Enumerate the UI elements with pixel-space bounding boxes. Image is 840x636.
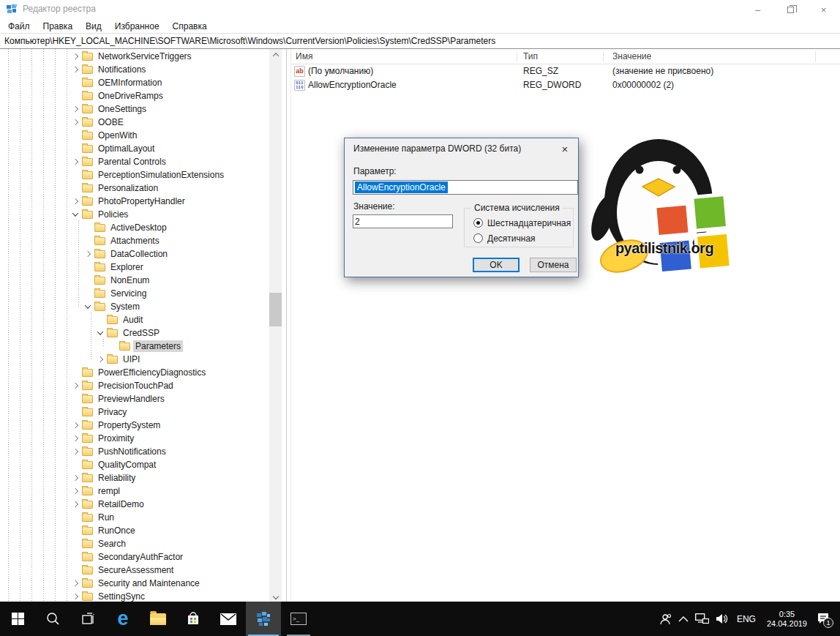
chevron-right-icon[interactable] xyxy=(72,383,78,389)
chevron-right-icon[interactable] xyxy=(72,449,78,454)
tree-item[interactable]: Run xyxy=(0,511,269,524)
regedit-taskbar-button[interactable] xyxy=(246,602,281,636)
tree-item[interactable]: Privacy xyxy=(0,405,269,419)
tree-item[interactable]: PreviewHandlers xyxy=(0,392,269,405)
tree-item[interactable]: UIPI xyxy=(0,353,269,366)
task-view-button[interactable] xyxy=(70,602,105,636)
mail-button[interactable] xyxy=(211,602,246,636)
tree-scrollbar[interactable] xyxy=(269,49,282,602)
chevron-down-icon[interactable] xyxy=(97,329,103,334)
people-button[interactable] xyxy=(659,613,672,625)
chevron-right-icon[interactable] xyxy=(72,159,78,165)
scroll-down-icon[interactable] xyxy=(269,591,282,602)
tree-item[interactable]: Parameters xyxy=(0,340,269,353)
ok-button[interactable]: OK xyxy=(473,258,520,272)
column-header-type[interactable]: Тип xyxy=(523,51,538,61)
action-center-button[interactable]: 1 xyxy=(817,613,830,625)
chevron-down-icon[interactable] xyxy=(72,210,78,216)
clock[interactable]: 0:35 24.04.2019 xyxy=(764,610,810,629)
start-button[interactable] xyxy=(0,602,35,636)
tree-item[interactable]: OneDriveRamps xyxy=(0,89,269,102)
search-button[interactable] xyxy=(35,602,70,636)
store-button[interactable] xyxy=(176,602,211,636)
chevron-right-icon[interactable] xyxy=(72,198,78,204)
chevron-right-icon[interactable] xyxy=(85,251,91,257)
tree-item[interactable]: OneSettings xyxy=(0,102,269,116)
tree-item[interactable]: System xyxy=(0,300,269,313)
tree-item[interactable]: NonEnum xyxy=(0,274,269,287)
tree-item[interactable]: Servicing xyxy=(0,287,269,300)
tray-overflow-button[interactable] xyxy=(678,616,689,622)
column-separator[interactable] xyxy=(517,51,517,61)
language-indicator[interactable]: ENG xyxy=(735,614,757,624)
menu-item[interactable]: Избранное xyxy=(108,20,166,33)
tree-item[interactable]: Reliability xyxy=(0,471,269,485)
tree-item[interactable]: DataCollection xyxy=(0,247,269,261)
tree-item[interactable]: RetailDemo xyxy=(0,498,269,511)
list-row[interactable]: ab(По умолчанию)REG_SZ(значение не присв… xyxy=(291,64,840,78)
tree-item[interactable]: Notifications xyxy=(0,63,269,76)
chevron-right-icon[interactable] xyxy=(72,580,78,586)
file-explorer-button[interactable] xyxy=(140,602,176,636)
tree-item[interactable]: NetworkServiceTriggers xyxy=(0,50,269,63)
tree-item[interactable]: CredSSP xyxy=(0,326,269,340)
tree-item[interactable]: rempl xyxy=(0,485,269,498)
scroll-up-icon[interactable] xyxy=(269,49,282,60)
network-button[interactable] xyxy=(695,613,709,624)
restore-button[interactable] xyxy=(774,0,807,19)
tree-item[interactable]: RunOnce xyxy=(0,524,269,537)
tree-item[interactable]: PropertySystem xyxy=(0,419,269,432)
chevron-right-icon[interactable] xyxy=(72,594,78,599)
chevron-right-icon[interactable] xyxy=(72,119,78,125)
cancel-button[interactable]: Отмена xyxy=(530,258,577,272)
chevron-right-icon[interactable] xyxy=(72,53,78,59)
radio-option[interactable]: Десятичная xyxy=(473,231,571,246)
dialog-close-button[interactable]: × xyxy=(558,141,572,156)
column-header-name[interactable]: Имя xyxy=(296,51,312,61)
tree-item[interactable]: Attachments xyxy=(0,234,269,247)
chevron-right-icon[interactable] xyxy=(97,356,103,362)
chevron-right-icon[interactable] xyxy=(72,67,78,72)
tree-item[interactable]: OpenWith xyxy=(0,129,269,142)
chevron-down-icon[interactable] xyxy=(85,302,91,308)
tree-item[interactable]: ActiveDesktop xyxy=(0,221,269,234)
tree-item[interactable]: OEMInformation xyxy=(0,76,269,89)
chevron-right-icon[interactable] xyxy=(72,488,78,494)
tree-item[interactable]: OptimalLayout xyxy=(0,142,269,155)
tree-item[interactable]: Security and Maintenance xyxy=(0,577,269,590)
column-header-value[interactable]: Значение xyxy=(612,51,651,61)
tree-item[interactable]: Audit xyxy=(0,313,269,326)
tree-item[interactable]: PerceptionSimulationExtensions xyxy=(0,168,269,182)
menu-item[interactable]: Правка xyxy=(37,20,80,33)
menu-item[interactable]: Файл xyxy=(1,20,37,33)
param-name-input[interactable]: AllowEncryptionOracle xyxy=(353,180,578,195)
list-row[interactable]: 011110AllowEncryptionOracleREG_DWORD0x00… xyxy=(291,78,840,92)
tree-item[interactable]: OOBE xyxy=(0,116,269,129)
chevron-right-icon[interactable] xyxy=(72,501,78,507)
radio-option[interactable]: Шестнадцатеричная xyxy=(473,215,571,231)
minimize-button[interactable]: – xyxy=(741,0,774,19)
volume-button[interactable] xyxy=(716,613,729,624)
tree-item[interactable]: SettingSync xyxy=(0,590,269,602)
tree-item[interactable]: Policies xyxy=(0,208,269,221)
close-button[interactable]: × xyxy=(807,0,840,19)
column-separator[interactable] xyxy=(603,51,604,61)
chevron-right-icon[interactable] xyxy=(72,475,78,481)
cmd-taskbar-button[interactable]: >_ xyxy=(281,602,316,636)
address-bar[interactable]: Компьютер\HKEY_LOCAL_MACHINE\SOFTWARE\Mi… xyxy=(0,33,840,49)
edge-button[interactable]: e xyxy=(105,602,140,636)
menu-item[interactable]: Справка xyxy=(166,20,214,33)
tree-item[interactable]: Explorer xyxy=(0,261,269,274)
tree-item[interactable]: PowerEfficiencyDiagnostics xyxy=(0,366,269,379)
tree-item[interactable]: Search xyxy=(0,537,269,550)
value-input[interactable]: 2 xyxy=(353,214,453,228)
chevron-right-icon[interactable] xyxy=(72,106,78,112)
tree-item[interactable]: Parental Controls xyxy=(0,155,269,168)
tree-item[interactable]: PhotoPropertyHandler xyxy=(0,195,269,208)
column-separator[interactable] xyxy=(815,51,816,61)
tree-item[interactable]: Personalization xyxy=(0,182,269,195)
tree-item[interactable]: SecondaryAuthFactor xyxy=(0,550,269,564)
menu-item[interactable]: Вид xyxy=(79,20,108,33)
tree-item[interactable]: PushNotifications xyxy=(0,445,269,458)
tree-item[interactable]: PrecisionTouchPad xyxy=(0,379,269,392)
